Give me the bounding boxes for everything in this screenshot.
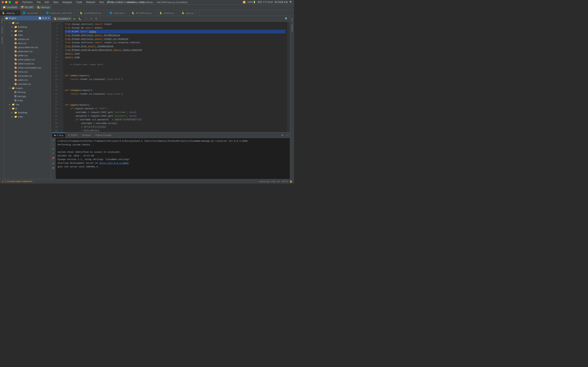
tree-item[interactable]: 🎨jslider.round.css bbox=[4, 62, 51, 66]
tree-item[interactable]: ▶📁fonts bbox=[4, 33, 51, 37]
tree-item[interactable]: ▼📁images bbox=[4, 86, 51, 90]
tab-close-icon[interactable]: ✕ bbox=[125, 12, 127, 14]
file-tab-3[interactable]: 🐍CloudWeb/urls.py✕ bbox=[78, 10, 108, 16]
menu-navigate[interactable]: Navigate bbox=[62, 0, 73, 4]
tab-close-icon[interactable]: ✕ bbox=[153, 12, 155, 14]
tab-close-icon[interactable]: ✕ bbox=[195, 12, 197, 14]
stop-btn[interactable]: ⬛ bbox=[84, 17, 88, 21]
settings-run-icon[interactable]: ⚙ bbox=[281, 134, 284, 137]
tree-item[interactable]: 🎨jslider.plastic.css bbox=[4, 58, 51, 62]
file-tab-7[interactable]: 🐍apps.py✕ bbox=[180, 10, 200, 16]
maximize-btn[interactable] bbox=[9, 1, 11, 3]
tab-close-icon[interactable]: ✕ bbox=[175, 12, 177, 14]
run-tab-python-console[interactable]: Python Console bbox=[94, 133, 113, 137]
css-file-icon: 🎨 bbox=[14, 46, 17, 49]
tree-item[interactable]: 🎨adstyle.css bbox=[4, 37, 51, 41]
tab-close-icon[interactable]: ✕ bbox=[16, 12, 18, 14]
settings-icon[interactable]: ⚙ bbox=[45, 17, 47, 20]
tree-item[interactable]: 🎨jslider.round.plastic.css bbox=[4, 66, 51, 70]
folder-icon: 📁 bbox=[14, 34, 17, 36]
file-tab-4[interactable]: 🌐blank.html✕ bbox=[107, 10, 130, 16]
menu-edit[interactable]: Edit bbox=[44, 0, 50, 4]
menu-file[interactable]: File bbox=[36, 0, 42, 4]
file-tab-2[interactable]: 🌐responsive_table.html✕ bbox=[44, 10, 78, 16]
editor-scrollbar[interactable] bbox=[287, 22, 290, 132]
tree-item[interactable]: 🎨menu.css bbox=[4, 70, 51, 74]
minimize-btn[interactable] bbox=[5, 1, 7, 3]
database-tool-btn[interactable]: Database bbox=[291, 23, 294, 33]
tree-item[interactable]: 🎨userstyle.css bbox=[4, 82, 51, 86]
run-pin-btn[interactable]: 📌 bbox=[52, 157, 55, 160]
settings-btn[interactable]: ⚙ bbox=[94, 17, 98, 21]
tree-item[interactable]: 🎨menustyle.css bbox=[4, 74, 51, 78]
tree-item[interactable]: ▶📁bootstrap bbox=[4, 110, 51, 115]
file-tab-1[interactable]: 🌐morris.html✕ bbox=[21, 10, 44, 16]
run-print-btn[interactable]: 🖨 bbox=[52, 162, 54, 165]
tree-item[interactable]: ▼📁css bbox=[4, 21, 51, 25]
tree-item[interactable]: ▼📁js bbox=[4, 106, 51, 110]
menu-code[interactable]: Code bbox=[75, 0, 83, 4]
run-tab-todo[interactable]: 6: TODO bbox=[66, 133, 79, 137]
run-panel: ▶ 4: Run 6: TODO Terminal Python Console… bbox=[51, 132, 290, 179]
file-tab-5[interactable]: 🐍MLCWP/urls.py✕ bbox=[130, 10, 157, 16]
event-log-btn[interactable]: Event Log bbox=[259, 180, 270, 183]
close-panel-icon[interactable]: ✕ bbox=[48, 17, 50, 20]
breadcrumb-cloudweb[interactable]: 📁 CloudWeb bbox=[1, 6, 18, 9]
search-everywhere-icon[interactable]: 🔍 bbox=[284, 17, 289, 21]
run-output-line: Quit the server with CONTROL-C. bbox=[58, 165, 288, 169]
close-btn[interactable] bbox=[2, 1, 4, 3]
structure-tool-btn[interactable]: Structure bbox=[1, 25, 3, 34]
code-editor[interactable]: 1234567891011121314151617181920212223242… bbox=[51, 22, 290, 132]
sync-icon[interactable]: 🔄 bbox=[39, 17, 42, 20]
scmview-tool-btn[interactable]: SCV bbox=[291, 17, 294, 23]
server-url-link[interactable]: http://127.0.0.1:8000/ bbox=[99, 162, 129, 164]
search-icon[interactable]: 🔍 bbox=[290, 1, 292, 3]
menu-pycharm[interactable]: PyCharm bbox=[22, 0, 34, 4]
run-config-selector[interactable]: 🐍 CloudWeb ▾ bbox=[52, 17, 72, 20]
encoding[interactable]: UTF-8 bbox=[282, 180, 288, 183]
breadcrumb-views[interactable]: 🐍 views.py bbox=[35, 6, 51, 9]
code-content[interactable]: from django.shortcuts import renderfrom … bbox=[63, 22, 287, 132]
tree-item[interactable]: 🖼lo.jpg bbox=[4, 98, 51, 102]
run-btn[interactable]: ▶ bbox=[73, 17, 76, 21]
warning-message[interactable]: ⚠ ⚠ Unused import statement bbox=[2, 180, 32, 183]
menu-view[interactable]: View bbox=[52, 0, 59, 4]
tree-item[interactable]: ▶📁code bbox=[4, 115, 51, 119]
debug-btn[interactable]: 🐛 bbox=[78, 17, 82, 21]
reload-btn[interactable]: ⟳ bbox=[89, 17, 93, 21]
tree-item[interactable]: 🎨jslider.css bbox=[4, 53, 51, 58]
run-pause-btn[interactable]: ⏸ bbox=[52, 147, 54, 150]
tree-item[interactable]: ▶📁img bbox=[4, 102, 51, 106]
apple-menu[interactable]: 🍎 bbox=[14, 0, 19, 4]
favorites-tool-btn[interactable]: Favorites bbox=[1, 36, 3, 45]
tree-item[interactable]: 🎨jquery.slider.min.css bbox=[4, 45, 51, 49]
tab-close-icon[interactable]: ✕ bbox=[39, 12, 42, 14]
run-restart-btn[interactable]: ↺ bbox=[52, 139, 54, 142]
cursor-position[interactable]: 4:42 bbox=[271, 180, 276, 183]
tree-item[interactable]: 🎨jslider.blue.css bbox=[4, 49, 51, 53]
run-scroll-btn[interactable]: ≡ bbox=[52, 152, 54, 155]
minimize-run-icon[interactable]: — bbox=[285, 134, 289, 137]
run-tab-run[interactable]: ▶ 4: Run bbox=[52, 133, 65, 137]
run-tab-terminal[interactable]: Terminal bbox=[80, 133, 93, 137]
project-tool-btn[interactable]: Project bbox=[1, 17, 3, 24]
tree-item[interactable]: 🖼404.png bbox=[4, 90, 51, 94]
run-trash-btn[interactable]: 🗑 bbox=[52, 167, 54, 169]
tab-close-icon[interactable]: ✕ bbox=[103, 12, 105, 14]
tab-close-icon[interactable]: ✕ bbox=[73, 12, 76, 14]
file-tab-6[interactable]: 🐍models.py✕ bbox=[157, 10, 180, 16]
run-stop-btn[interactable]: ⬛ bbox=[52, 143, 55, 146]
breadcrumb-mlcwp[interactable]: 📦 MLCWP bbox=[19, 6, 35, 9]
css-file-icon: 🎨 bbox=[14, 38, 17, 41]
line-separator[interactable]: LF bbox=[277, 180, 280, 183]
menu-run[interactable]: Run bbox=[99, 0, 105, 4]
menu-refactor[interactable]: Refactor bbox=[85, 0, 96, 4]
tree-item-label: menu.css bbox=[18, 71, 27, 73]
tree-item[interactable]: ▶📁code bbox=[4, 29, 51, 33]
tree-item[interactable]: ▶📁bootstrap bbox=[4, 25, 51, 29]
tree-item[interactable]: 🖼back.jpg bbox=[4, 94, 51, 98]
tree-item[interactable]: 🎨alert.css bbox=[4, 41, 51, 45]
tree-item[interactable]: 🎨public.css bbox=[4, 78, 51, 82]
file-tab-0[interactable]: 🐍views.py✕ bbox=[0, 10, 21, 16]
collapse-icon[interactable]: ⊟ bbox=[42, 17, 44, 20]
